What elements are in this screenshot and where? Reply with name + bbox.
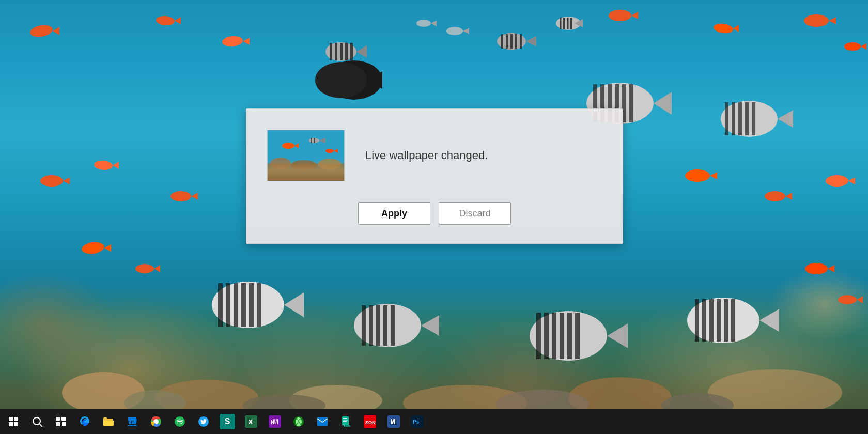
svg-rect-138	[56, 422, 60, 426]
store-button[interactable]	[121, 410, 144, 433]
dialog-thumbnail	[267, 130, 345, 181]
svg-rect-137	[61, 417, 66, 421]
sonos-button[interactable]: SONOS	[359, 410, 381, 433]
svg-text:SONOS: SONOS	[365, 420, 376, 425]
word-button[interactable]	[382, 410, 405, 433]
svg-rect-133	[14, 422, 18, 426]
note-button[interactable]: N	[335, 410, 358, 433]
svg-point-144	[175, 416, 185, 427]
taskbar: S N	[0, 409, 868, 434]
svg-point-118	[282, 143, 295, 149]
svg-point-124	[326, 149, 334, 153]
discard-button[interactable]: Discard	[439, 202, 511, 225]
svg-rect-131	[14, 417, 18, 421]
search-button[interactable]	[26, 410, 49, 433]
svg-text:Ps: Ps	[413, 419, 420, 425]
dialog-buttons: Apply Discard	[267, 202, 602, 225]
svg-rect-139	[62, 422, 66, 426]
svg-rect-121	[311, 138, 312, 143]
excel-button[interactable]	[240, 410, 262, 433]
edge-button[interactable]	[73, 410, 96, 433]
dialog: Live wallpaper changed. Apply Discard	[246, 109, 623, 244]
svg-point-143	[154, 420, 158, 424]
spotify-button[interactable]	[168, 410, 191, 433]
mail-button[interactable]	[311, 410, 334, 433]
svg-rect-155	[343, 421, 347, 422]
dialog-thumbnail-inner	[268, 130, 344, 181]
chrome-button[interactable]	[145, 410, 167, 433]
svg-rect-130	[9, 417, 13, 421]
svg-rect-140	[128, 425, 137, 426]
xbox-button[interactable]	[287, 410, 310, 433]
task-view-button[interactable]	[50, 410, 72, 433]
svg-line-135	[40, 424, 43, 427]
start-button[interactable]	[2, 410, 25, 433]
photoshop-button[interactable]: Ps	[406, 410, 429, 433]
dialog-message: Live wallpaper changed.	[365, 149, 488, 162]
svg-rect-153	[343, 418, 347, 419]
onenote-button[interactable]: N	[264, 410, 286, 433]
sway-button[interactable]: S	[216, 410, 239, 433]
svg-point-134	[33, 417, 40, 425]
svg-rect-136	[56, 417, 60, 421]
svg-rect-122	[314, 138, 315, 143]
svg-text:N: N	[343, 424, 345, 427]
apply-button[interactable]: Apply	[358, 202, 430, 225]
svg-text:N: N	[271, 420, 274, 425]
dialog-content: Live wallpaper changed.	[267, 130, 602, 181]
file-explorer-button[interactable]	[97, 410, 120, 433]
twitter-button[interactable]	[192, 410, 215, 433]
svg-rect-132	[9, 422, 13, 426]
svg-rect-154	[343, 420, 348, 421]
